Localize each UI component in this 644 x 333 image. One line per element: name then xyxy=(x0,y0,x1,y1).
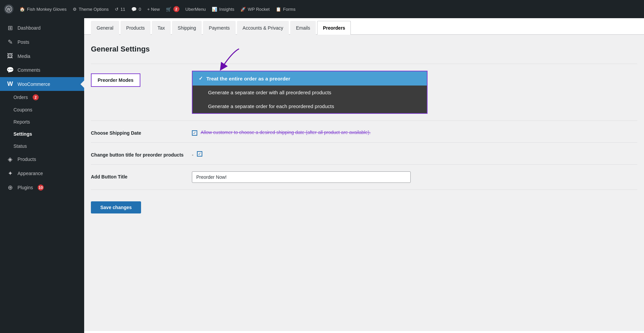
comments-icon: 💬 xyxy=(6,66,14,74)
add-btn-title-label: Add Button Title xyxy=(91,171,185,179)
appearance-icon: ✦ xyxy=(6,170,14,177)
tab-accounts-privacy[interactable]: Accounts & Privacy xyxy=(237,21,289,35)
sidebar-item-media[interactable]: 🖼 Media xyxy=(0,49,84,63)
shipping-date-text: Allow customer to choose a desired shipp… xyxy=(201,130,371,135)
preorder-modes-control: ✓ Treat the entire order as a preorder G… xyxy=(192,71,637,114)
sidebar-item-woocommerce[interactable]: W WooCommerce xyxy=(0,77,84,91)
preorder-modes-dropdown[interactable]: ✓ Treat the entire order as a preorder G… xyxy=(192,71,428,114)
tab-shipping[interactable]: Shipping xyxy=(172,21,202,35)
preorder-modes-box[interactable]: Preorder Modes xyxy=(91,73,140,87)
sidebar-item-dashboard[interactable]: ⊞ Dashboard xyxy=(0,21,84,35)
sidebar-item-status[interactable]: Status xyxy=(0,140,84,152)
new-link[interactable]: + New xyxy=(147,7,160,12)
wp-logo[interactable]: W xyxy=(4,4,13,14)
add-btn-title-control xyxy=(192,171,637,183)
woo-icon: W xyxy=(6,80,14,88)
sidebar-item-posts[interactable]: ✎ Posts xyxy=(0,35,84,49)
page-body: General Settings Preorder Modes xyxy=(84,35,644,331)
woo-link[interactable]: 🛒 2 xyxy=(166,6,179,12)
dropdown-option-2[interactable]: Generate a separate order with all preor… xyxy=(193,86,427,99)
settings-row-change-btn: Change button title for preorder product… xyxy=(91,142,637,164)
page-title: General Settings xyxy=(91,45,637,54)
add-btn-title-input[interactable] xyxy=(192,171,411,183)
dashboard-icon: ⊞ xyxy=(6,24,14,32)
main-content: General Products Tax Shipping Payments A… xyxy=(84,18,644,333)
forms-link[interactable]: 📋 Forms xyxy=(276,7,296,12)
dash-separator: - xyxy=(192,149,194,158)
media-icon: 🖼 xyxy=(6,53,14,60)
admin-bar: W 🏠 Fish Monkey Gloves ⚙ Theme Options ↺… xyxy=(0,0,644,18)
sidebar: ⊞ Dashboard ✎ Posts 🖼 Media 💬 Comments W… xyxy=(0,18,84,333)
sidebar-item-comments[interactable]: 💬 Comments xyxy=(0,63,84,77)
shipping-date-row: ✓ Allow customer to choose a desired shi… xyxy=(192,128,637,136)
tabs-bar: General Products Tax Shipping Payments A… xyxy=(84,18,644,35)
sidebar-item-reports[interactable]: Reports xyxy=(0,116,84,128)
save-area: Save changes xyxy=(91,198,637,213)
sidebar-item-orders[interactable]: Orders 2 xyxy=(0,91,84,104)
tab-general[interactable]: General xyxy=(91,21,119,35)
products-icon: ◈ xyxy=(6,156,14,163)
shipping-date-label: Choose Shipping Date xyxy=(91,128,185,136)
save-button[interactable]: Save changes xyxy=(91,201,141,213)
dropdown-option-1[interactable]: ✓ Treat the entire order as a preorder xyxy=(193,71,427,86)
sidebar-item-appearance[interactable]: ✦ Appearance xyxy=(0,166,84,180)
tab-tax[interactable]: Tax xyxy=(152,21,171,35)
tab-preorders[interactable]: Preorders xyxy=(317,21,351,35)
sidebar-item-plugins[interactable]: ⊕ Plugins 10 xyxy=(0,180,84,195)
preorder-modes-label: Preorder Modes xyxy=(91,71,185,87)
plugins-icon: ⊕ xyxy=(6,184,14,191)
svg-text:W: W xyxy=(7,7,11,12)
change-btn-row: - ✓ xyxy=(192,149,637,158)
comments-link[interactable]: 💬 0 xyxy=(131,7,141,12)
annotation-arrow xyxy=(212,45,259,72)
ubermenu-link[interactable]: UberMenu xyxy=(185,7,206,12)
sidebar-item-settings[interactable]: Settings xyxy=(0,128,84,140)
change-btn-label: Change button title for preorder product… xyxy=(91,149,185,158)
change-btn-checkbox[interactable]: ✓ xyxy=(197,151,202,157)
posts-icon: ✎ xyxy=(6,38,14,46)
settings-row-preorder-modes: Preorder Modes xyxy=(91,64,637,121)
sidebar-item-coupons[interactable]: Coupons xyxy=(0,104,84,116)
wprocket-link[interactable]: 🚀 WP Rocket xyxy=(240,7,270,12)
change-btn-control: - ✓ xyxy=(192,149,637,158)
layout: ⊞ Dashboard ✎ Posts 🖼 Media 💬 Comments W… xyxy=(0,18,644,333)
settings-row-shipping-date: Choose Shipping Date ✓ Allow customer to… xyxy=(91,121,637,142)
tab-payments[interactable]: Payments xyxy=(203,21,235,35)
sync[interactable]: ↺ 11 xyxy=(115,7,125,12)
settings-row-add-btn-title: Add Button Title xyxy=(91,164,637,190)
insights-link[interactable]: 📊 Insights xyxy=(212,7,234,12)
tab-emails[interactable]: Emails xyxy=(290,21,316,35)
site-name[interactable]: 🏠 Fish Monkey Gloves xyxy=(20,7,67,12)
shipping-date-checkbox[interactable]: ✓ xyxy=(192,130,197,136)
theme-options[interactable]: ⚙ Theme Options xyxy=(73,7,109,12)
check-icon: ✓ xyxy=(199,75,203,81)
dropdown-option-3[interactable]: Generate a separate order for each preor… xyxy=(193,99,427,113)
sidebar-arrow xyxy=(80,80,84,88)
shipping-date-control: ✓ Allow customer to choose a desired shi… xyxy=(192,128,637,136)
sidebar-item-products[interactable]: ◈ Products xyxy=(0,152,84,166)
tab-products[interactable]: Products xyxy=(121,21,150,35)
